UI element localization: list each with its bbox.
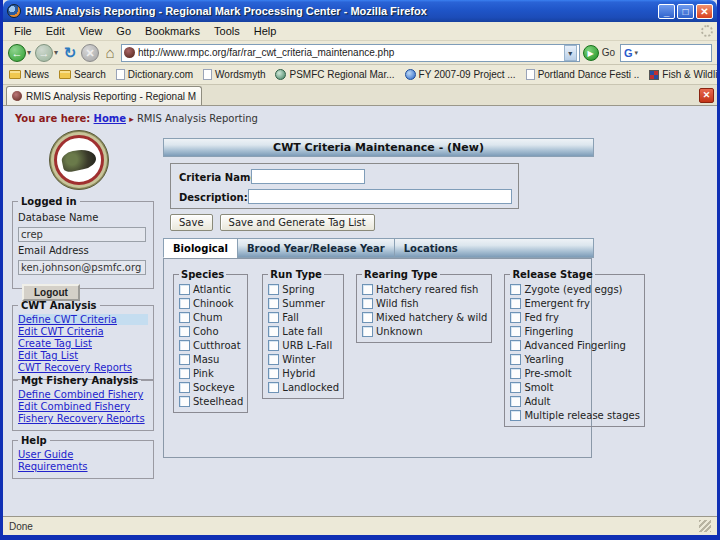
checkbox-icon[interactable] — [510, 298, 521, 309]
checkbox-row-emergent-fry[interactable]: Emergent fry — [510, 298, 640, 309]
checkbox-row-unknown[interactable]: Unknown — [362, 326, 487, 337]
checkbox-icon[interactable] — [510, 312, 521, 323]
checkbox-icon[interactable] — [510, 340, 521, 351]
bookmark-fish-wildlife-progr[interactable]: Fish & Wildlife Progr... — [649, 69, 717, 80]
checkbox-icon[interactable] — [510, 382, 521, 393]
checkbox-icon[interactable] — [510, 326, 521, 337]
checkbox-icon[interactable] — [362, 284, 373, 295]
bookmark-portland-dance-festi[interactable]: Portland Dance Festi .. — [526, 69, 640, 80]
bookmark-fy-2007-09-project[interactable]: FY 2007-09 Project ... — [405, 69, 516, 80]
checkbox-row-spring[interactable]: Spring — [268, 284, 339, 295]
checkbox-icon[interactable] — [362, 326, 373, 337]
link-create-tag-list[interactable]: Create Tag List — [18, 338, 148, 349]
menu-go[interactable]: Go — [109, 23, 138, 39]
checkbox-row-fed-fry[interactable]: Fed fry — [510, 312, 640, 323]
checkbox-row-winter[interactable]: Winter — [268, 354, 339, 365]
bookmark-news[interactable]: News — [9, 69, 49, 80]
save-and-generate-button[interactable]: Save and Generate Tag List — [220, 214, 375, 231]
tab-biological[interactable]: Biological — [163, 238, 237, 258]
checkbox-row-advanced-fingerling[interactable]: Advanced Fingerling — [510, 340, 640, 351]
checkbox-row-hybrid[interactable]: Hybrid — [268, 368, 339, 379]
checkbox-icon[interactable] — [362, 312, 373, 323]
menu-tools[interactable]: Tools — [207, 23, 247, 39]
checkbox-row-wild-fish[interactable]: Wild fish — [362, 298, 487, 309]
close-button[interactable]: ✕ — [696, 4, 713, 19]
go-button[interactable]: ▶ — [583, 45, 599, 61]
checkbox-icon[interactable] — [510, 354, 521, 365]
checkbox-icon[interactable] — [179, 340, 190, 351]
back-dropdown-icon[interactable]: ▾ — [27, 48, 31, 57]
link-cwt-recovery-reports[interactable]: CWT Recovery Reports — [18, 362, 148, 373]
logout-button[interactable]: Logout — [22, 284, 80, 301]
checkbox-icon[interactable] — [179, 382, 190, 393]
url-dropdown-icon[interactable]: ▾ — [564, 45, 577, 61]
link-define-combined-fishery[interactable]: Define Combined Fishery — [18, 389, 148, 400]
checkbox-row-cutthroat[interactable]: Cutthroat — [179, 340, 243, 351]
forward-dropdown-icon[interactable]: ▾ — [54, 48, 58, 57]
checkbox-row-fingerling[interactable]: Fingerling — [510, 326, 640, 337]
checkbox-icon[interactable] — [510, 368, 521, 379]
checkbox-icon[interactable] — [268, 368, 279, 379]
checkbox-row-urb-l-fall[interactable]: URB L-Fall — [268, 340, 339, 351]
checkbox-icon[interactable] — [179, 298, 190, 309]
checkbox-icon[interactable] — [268, 354, 279, 365]
description-field[interactable] — [248, 189, 512, 204]
tab-close-button[interactable]: ✕ — [699, 88, 714, 103]
checkbox-row-zygote-eyed-eggs[interactable]: Zygote (eyed eggs) — [510, 284, 640, 295]
checkbox-row-pink[interactable]: Pink — [179, 368, 243, 379]
search-engine-dropdown-icon[interactable]: ▾ — [635, 49, 639, 57]
checkbox-row-landlocked[interactable]: Landlocked — [268, 382, 339, 393]
checkbox-icon[interactable] — [510, 396, 521, 407]
bookmark-dictionary-com[interactable]: Dictionary.com — [116, 69, 193, 80]
checkbox-row-masu[interactable]: Masu — [179, 354, 243, 365]
bookmark-search[interactable]: Search — [59, 69, 106, 80]
checkbox-row-hatchery-reared-fish[interactable]: Hatchery reared fish — [362, 284, 487, 295]
criteria-name-field[interactable] — [251, 169, 365, 184]
breadcrumb-home-link[interactable]: Home — [94, 113, 126, 124]
checkbox-icon[interactable] — [268, 284, 279, 295]
checkbox-icon[interactable] — [179, 354, 190, 365]
maximize-button[interactable]: □ — [677, 4, 694, 19]
minimize-button[interactable]: _ — [658, 4, 675, 19]
menu-help[interactable]: Help — [247, 23, 284, 39]
menu-view[interactable]: View — [72, 23, 110, 39]
checkbox-row-pre-smolt[interactable]: Pre-smolt — [510, 368, 640, 379]
tab-locations[interactable]: Locations — [394, 238, 467, 258]
checkbox-icon[interactable] — [179, 312, 190, 323]
resize-grip[interactable] — [699, 520, 711, 532]
link-requirements[interactable]: Requirements — [18, 461, 148, 472]
checkbox-icon[interactable] — [268, 382, 279, 393]
url-bar[interactable]: ▾ — [121, 44, 580, 62]
save-button[interactable]: Save — [170, 214, 213, 231]
checkbox-icon[interactable] — [510, 284, 521, 295]
checkbox-icon[interactable] — [268, 340, 279, 351]
bookmark-wordsmyth[interactable]: Wordsmyth — [203, 69, 265, 80]
link-fishery-recovery-reports[interactable]: Fishery Recovery Reports — [18, 413, 148, 424]
checkbox-row-summer[interactable]: Summer — [268, 298, 339, 309]
checkbox-icon[interactable] — [179, 368, 190, 379]
menu-bookmarks[interactable]: Bookmarks — [138, 23, 207, 39]
checkbox-icon[interactable] — [179, 284, 190, 295]
menu-file[interactable]: File — [7, 23, 39, 39]
checkbox-row-yearling[interactable]: Yearling — [510, 354, 640, 365]
checkbox-icon[interactable] — [179, 326, 190, 337]
checkbox-icon[interactable] — [179, 396, 190, 407]
checkbox-icon[interactable] — [268, 326, 279, 337]
checkbox-icon[interactable] — [268, 298, 279, 309]
browser-tab[interactable]: RMIS Analysis Reporting - Regional M... — [6, 86, 202, 105]
checkbox-row-coho[interactable]: Coho — [179, 326, 243, 337]
link-edit-tag-list[interactable]: Edit Tag List — [18, 350, 148, 361]
checkbox-row-chinook[interactable]: Chinook — [179, 298, 243, 309]
checkbox-row-late-fall[interactable]: Late fall — [268, 326, 339, 337]
checkbox-row-multiple-release-stages[interactable]: Multiple release stages — [510, 410, 640, 421]
checkbox-row-atlantic[interactable]: Atlantic — [179, 284, 243, 295]
checkbox-row-sockeye[interactable]: Sockeye — [179, 382, 243, 393]
checkbox-row-steelhead[interactable]: Steelhead — [179, 396, 243, 407]
menu-edit[interactable]: Edit — [39, 23, 72, 39]
back-button[interactable]: ← — [8, 44, 26, 62]
link-define-cwt-criteria[interactable]: Define CWT Criteria — [18, 314, 148, 325]
forward-button[interactable]: → — [35, 44, 53, 62]
link-user-guide[interactable]: User Guide — [18, 449, 148, 460]
checkbox-icon[interactable] — [510, 410, 521, 421]
checkbox-icon[interactable] — [362, 298, 373, 309]
